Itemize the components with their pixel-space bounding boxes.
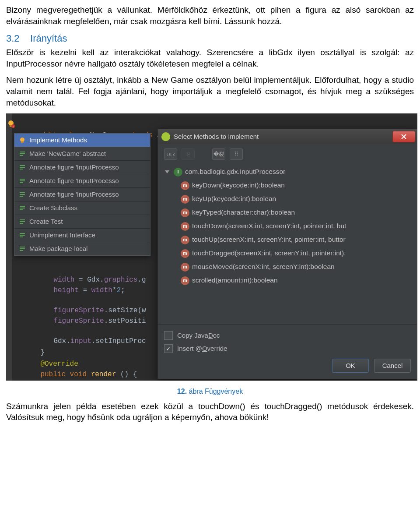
intention-label: Annotate figure 'InputProcesso <box>29 177 119 185</box>
dialog-titlebar[interactable]: Select Methods to Implement <box>158 129 417 144</box>
svg-rect-8 <box>20 155 23 156</box>
android-studio-icon <box>161 132 170 141</box>
paragraph-4: Számunkra jelen példa esetében ezek közü… <box>6 401 414 423</box>
method-badge-icon: m <box>181 276 189 285</box>
dialog-title: Select Methods to Implement <box>174 132 389 141</box>
tree-method-item[interactable]: mtouchDragged(screenX:int, screenY:int, … <box>162 247 417 260</box>
svg-rect-27 <box>20 247 25 247</box>
intention-label: Make package-local <box>29 244 88 253</box>
tree-method-item[interactable]: mtouchDown(screenX:int, screenY:int, poi… <box>162 219 417 233</box>
method-badge-icon: m <box>181 249 189 258</box>
intention-label: Unimplement Interface <box>29 231 95 240</box>
tree-method-label: touchUp(screenX:int, screenY:int, pointe… <box>192 235 346 244</box>
svg-rect-21 <box>20 219 25 220</box>
copy-javadoc-label: Copy JavaDoc <box>177 331 220 340</box>
intention-icon <box>19 177 26 184</box>
method-badge-icon: m <box>181 181 189 190</box>
close-button[interactable] <box>392 131 415 142</box>
svg-rect-24 <box>20 233 25 234</box>
paragraph-1: Bizony megveregethetjük a vállunkat. Mér… <box>6 4 414 27</box>
svg-rect-12 <box>20 179 25 180</box>
svg-rect-23 <box>20 223 23 224</box>
intention-icon <box>19 164 26 171</box>
svg-rect-9 <box>20 165 25 166</box>
intention-item[interactable]: Annotate figure 'InputProcesso <box>14 188 150 201</box>
intention-icon <box>19 191 26 198</box>
section-title-text: Irányítás <box>30 33 67 44</box>
method-badge-icon: m <box>181 263 189 272</box>
tree-method-label: keyUp(keycode:int):boolean <box>192 194 276 204</box>
intention-icon <box>19 245 26 252</box>
method-badge-icon: m <box>181 236 189 244</box>
intention-label: Annotate figure 'InputProcesso <box>29 190 119 199</box>
intention-popup: Implement MethodsMake 'NewGame' abstract… <box>14 133 150 256</box>
intention-bulb-icon[interactable]: ! <box>7 120 15 128</box>
intention-icon <box>19 205 26 212</box>
dialog-bottom: Copy JavaDoc ✓ Insert @Override OK Cance… <box>158 324 417 379</box>
intention-item[interactable]: Create Subclass <box>14 201 150 215</box>
intention-item[interactable]: Implement Methods <box>14 134 150 147</box>
method-tree[interactable]: I com.badlogic.gdx.InputProcessor mkeyDo… <box>162 165 417 331</box>
intention-item[interactable]: Annotate figure 'InputProcesso <box>14 174 150 188</box>
dialog-toolbar: ↓a z ⎘ �裂 ⠿ <box>158 144 417 162</box>
intention-icon <box>19 150 26 157</box>
svg-rect-29 <box>20 250 23 251</box>
svg-rect-22 <box>20 221 25 222</box>
svg-rect-13 <box>20 180 25 181</box>
bulb-icon <box>19 137 26 144</box>
ide-screenshot: ! public class NewGame extends Applicati… <box>6 113 417 381</box>
svg-rect-16 <box>20 194 25 195</box>
method-badge-icon: m <box>181 208 189 217</box>
intention-item[interactable]: Annotate figure 'InputProcesso <box>14 161 150 174</box>
svg-rect-26 <box>20 237 23 237</box>
svg-rect-14 <box>20 182 23 183</box>
intention-label: Implement Methods <box>29 136 87 145</box>
method-badge-icon: m <box>181 222 189 231</box>
ok-button[interactable]: OK <box>332 359 369 373</box>
cancel-button[interactable]: Cancel <box>374 359 411 373</box>
intention-item[interactable]: Make 'NewGame' abstract <box>14 147 150 161</box>
tree-root-label: com.badlogic.gdx.InputProcessor <box>185 167 285 177</box>
svg-rect-10 <box>20 167 25 168</box>
toolbar-button[interactable]: ⎘ <box>182 148 195 160</box>
select-methods-dialog: Select Methods to Implement ↓a z ⎘ �裂 ⠿ … <box>158 129 417 379</box>
collapse-all-button[interactable]: ⠿ <box>230 148 243 160</box>
svg-rect-17 <box>20 196 23 197</box>
tree-method-item[interactable]: mkeyDown(keycode:int):boolean <box>162 179 417 192</box>
paragraph-3: Nem hozunk létre új osztályt, inkább a N… <box>6 74 414 108</box>
sort-alpha-button[interactable]: ↓a z <box>164 148 177 160</box>
svg-point-4 <box>20 138 24 142</box>
code-line: Gdx.gl.glClearColor(1, <box>37 371 146 381</box>
copy-javadoc-checkbox[interactable] <box>164 331 173 340</box>
tree-method-item[interactable]: mmouseMoved(screenX:int, screenY:int):bo… <box>162 260 417 274</box>
svg-rect-28 <box>20 248 25 249</box>
tree-method-item[interactable]: mkeyUp(keycode:int):boolean <box>162 192 417 206</box>
svg-rect-6 <box>20 152 25 152</box>
tree-method-item[interactable]: mkeyTyped(character:char):boolean <box>162 206 417 219</box>
chevron-down-icon <box>165 170 169 173</box>
svg-rect-20 <box>20 209 23 210</box>
intention-icon <box>19 218 26 225</box>
intention-item[interactable]: Unimplement Interface <box>14 229 150 242</box>
intention-item[interactable]: Make package-local <box>14 242 150 255</box>
tree-root[interactable]: I com.badlogic.gdx.InputProcessor <box>162 165 417 179</box>
tree-method-item[interactable]: mscrolled(amount:int):boolean <box>162 274 417 287</box>
section-number: 3.2 <box>6 33 20 44</box>
expand-all-button[interactable]: �裂 <box>212 148 225 160</box>
method-badge-icon: m <box>181 195 189 204</box>
svg-rect-18 <box>20 206 25 207</box>
svg-rect-7 <box>20 153 25 154</box>
interface-badge-icon: I <box>174 168 182 177</box>
tree-method-label: keyDown(keycode:int):boolean <box>192 181 285 190</box>
intention-label: Annotate figure 'InputProcesso <box>29 163 119 172</box>
intention-item[interactable]: Create Test <box>14 215 150 229</box>
figure-caption: 12. ábra Függvények <box>6 387 414 396</box>
section-heading: 3.2 Irányítás <box>6 32 414 45</box>
close-icon <box>401 134 407 140</box>
tree-method-label: touchDown(screenX:int, screenY:int, poin… <box>192 222 346 231</box>
insert-override-checkbox[interactable]: ✓ <box>164 344 173 353</box>
paragraph-2: Először is kezelni kell az interakciókat… <box>6 47 414 69</box>
tree-method-label: scrolled(amount:int):boolean <box>192 276 278 285</box>
tree-method-item[interactable]: mtouchUp(screenX:int, screenY:int, point… <box>162 233 417 247</box>
tree-method-label: touchDragged(screenX:int, screenY:int, p… <box>192 249 346 258</box>
